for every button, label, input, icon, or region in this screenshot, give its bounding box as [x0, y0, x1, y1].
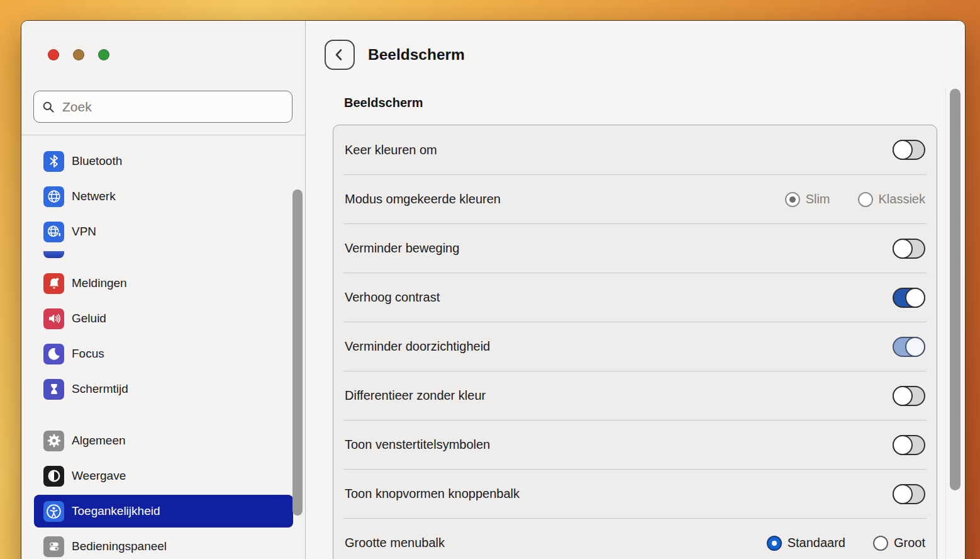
search-icon: [42, 100, 55, 114]
toggle-verhoog-contrast[interactable]: [893, 288, 925, 308]
accessibility-figure-icon: [43, 501, 64, 522]
sidebar-item-toegankelijkheid[interactable]: Toegankelijkheid: [34, 495, 293, 528]
main-scrollbar-track: [945, 88, 946, 559]
settings-row-toon-knopvormen-knoppenbalk: Toon knopvormen knoppenbalk: [343, 469, 927, 518]
sidebar-item-vpn[interactable]: VPN: [21, 214, 305, 249]
zoom-button[interactable]: [98, 49, 109, 60]
settings-row-keer-kleuren-om: Keer kleuren om: [343, 125, 927, 174]
close-button[interactable]: [48, 49, 59, 60]
general-gear-icon: [43, 431, 64, 451]
sidebar-item-bluetooth[interactable]: Bluetooth: [21, 144, 305, 179]
sidebar-item-label: VPN: [72, 225, 96, 239]
chevron-left-icon: [330, 45, 349, 64]
toggle-knob: [905, 288, 925, 308]
vpn-globe-shield-icon: [43, 222, 64, 242]
bluetooth-icon: [43, 151, 64, 172]
search-input[interactable]: [61, 99, 284, 115]
setting-label: Differentieer zonder kleur: [345, 388, 893, 403]
toggle-knob: [893, 484, 913, 504]
toggle-toon-knopvormen-knoppenbalk[interactable]: [893, 484, 925, 504]
focus-moon-icon: [43, 344, 64, 364]
toggle-knob: [893, 435, 913, 455]
sidebar-item-meldingen[interactable]: Meldingen: [21, 266, 305, 301]
setting-label: Keer kleuren om: [345, 143, 893, 157]
setting-label: Verhoog contrast: [345, 290, 893, 305]
radio-group-modus-omgekeerde-kleuren: SlimKlassiek: [785, 192, 925, 207]
sidebar-item-weergave[interactable]: Weergave: [21, 458, 305, 494]
setting-label: Verminder beweging: [345, 241, 893, 256]
toggle-keer-kleuren-om[interactable]: [893, 140, 925, 160]
settings-row-grootte-menubalk: Grootte menubalkStandaardGroot: [343, 518, 927, 559]
sidebar-item-focus[interactable]: Focus: [21, 336, 305, 371]
setting-label: Grootte menubalk: [345, 536, 767, 550]
traffic-lights: [48, 49, 109, 60]
main-header: Beeldscherm: [325, 40, 465, 70]
system-settings-window: BluetoothNetwerkVPNMeldingenGeluidFocusS…: [21, 20, 966, 559]
sidebar-scrollbar[interactable]: [292, 189, 303, 516]
sound-speaker-icon: [43, 308, 64, 329]
radio-label: Standaard: [788, 536, 845, 550]
sidebar-item-label: Schermtijd: [72, 382, 128, 396]
control-center-icon: [43, 536, 64, 557]
sidebar: BluetoothNetwerkVPNMeldingenGeluidFocusS…: [21, 21, 306, 559]
radio-slim: [785, 192, 800, 207]
radio-label: Groot: [894, 536, 925, 550]
sidebar-item-label: Toegankelijkheid: [72, 504, 160, 518]
main-panel: Beeldscherm Beeldscherm Keer kleuren omM…: [306, 21, 965, 559]
settings-row-verminder-doorzichtigheid: Verminder doorzichtigheid: [343, 322, 927, 371]
sidebar-item-label: Weergave: [72, 469, 126, 483]
back-button[interactable]: [325, 40, 355, 70]
minimize-button[interactable]: [73, 49, 84, 60]
settings-row-toon-venstertitelsymbolen: Toon venstertitelsymbolen: [343, 420, 927, 469]
network-globe-icon: [43, 186, 64, 207]
setting-label: Modus omgekeerde kleuren: [345, 192, 785, 206]
setting-label: Toon knopvormen knoppenbalk: [345, 487, 893, 501]
radio-standaard[interactable]: [767, 536, 782, 551]
radio-option-groot[interactable]: Groot: [873, 536, 925, 551]
setting-label: Toon venstertitelsymbolen: [345, 438, 893, 452]
sidebar-item-label: Meldingen: [72, 276, 127, 290]
sidebar-item-algemeen[interactable]: Algemeen: [21, 423, 305, 458]
toggle-toon-venstertitelsymbolen[interactable]: [893, 435, 925, 455]
radio-group-grootte-menubalk: StandaardGroot: [767, 536, 925, 551]
sidebar-item-bedieningspaneel[interactable]: Bedieningspaneel: [21, 529, 305, 559]
sidebar-item-schermtijd[interactable]: Schermtijd: [21, 371, 305, 407]
toggle-knob: [893, 386, 913, 406]
sidebar-item-label: Bluetooth: [72, 154, 122, 168]
search-field[interactable]: [33, 91, 292, 123]
screentime-hourglass-icon: [43, 379, 64, 400]
radio-label: Slim: [806, 192, 830, 206]
main-scrollbar[interactable]: [950, 89, 961, 490]
toggle-verminder-beweging[interactable]: [893, 239, 925, 259]
settings-row-differentieer-zonder-kleur: Differentieer zonder kleur: [343, 371, 927, 420]
toggle-differentieer-zonder-kleur[interactable]: [893, 386, 925, 406]
sidebar-item-label: Bedieningspaneel: [72, 539, 167, 553]
sidebar-item-label: Algemeen: [72, 434, 126, 448]
radio-klassiek: [858, 192, 873, 207]
toggle-verminder-doorzichtigheid[interactable]: [893, 337, 925, 357]
settings-card: Keer kleuren omModus omgekeerde kleurenS…: [333, 125, 937, 559]
settings-row-modus-omgekeerde-kleuren: Modus omgekeerde kleurenSlimKlassiek: [343, 174, 927, 223]
page-title: Beeldscherm: [368, 46, 465, 64]
setting-label: Verminder doorzichtigheid: [345, 339, 893, 354]
settings-row-verminder-beweging: Verminder beweging: [343, 223, 927, 273]
section-title: Beeldscherm: [344, 96, 423, 110]
appearance-contrast-icon: [43, 466, 64, 487]
radio-option-slim: Slim: [785, 192, 830, 207]
radio-label: Klassiek: [879, 192, 925, 206]
sidebar-item-netwerk[interactable]: Netwerk: [21, 179, 305, 214]
notifications-bell-icon: [43, 273, 64, 294]
radio-groot[interactable]: [873, 536, 888, 551]
sidebar-divider: [21, 135, 305, 135]
toggle-knob: [905, 337, 925, 357]
sidebar-item-label: Focus: [72, 347, 104, 361]
sidebar-item-label: Netwerk: [72, 189, 116, 203]
wifi-icon: [43, 251, 64, 258]
sidebar-item-geluid[interactable]: Geluid: [21, 301, 305, 336]
toggle-knob: [893, 239, 913, 259]
sidebar-item-label: Geluid: [72, 312, 106, 325]
radio-option-standaard[interactable]: Standaard: [767, 536, 845, 551]
radio-option-klassiek: Klassiek: [858, 192, 925, 207]
sidebar-list: BluetoothNetwerkVPNMeldingenGeluidFocusS…: [21, 136, 305, 559]
settings-row-verhoog-contrast: Verhoog contrast: [343, 273, 927, 322]
